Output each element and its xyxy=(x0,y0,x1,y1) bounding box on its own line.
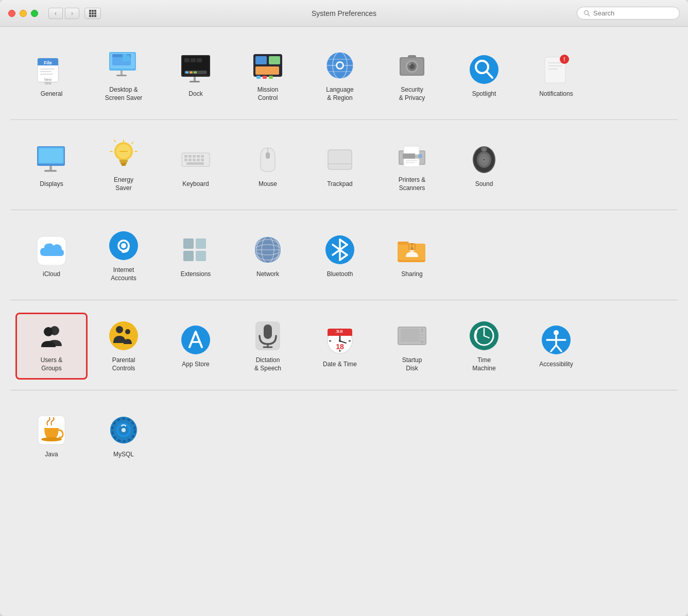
pref-dictation-speech[interactable]: Dictation& Speech xyxy=(232,313,304,380)
mouse-label: Mouse xyxy=(259,180,277,189)
mission-control-icon xyxy=(251,49,284,82)
keyboard-label: Keyboard xyxy=(182,180,209,189)
divider-1 xyxy=(10,119,678,120)
pref-trackpad[interactable]: Trackpad xyxy=(304,132,376,199)
svg-point-185 xyxy=(421,329,423,331)
minimize-button[interactable] xyxy=(20,10,27,17)
svg-rect-63 xyxy=(408,55,416,58)
section-system-grid: Users &Groups xyxy=(5,307,683,385)
svg-text:File: File xyxy=(44,60,52,65)
pref-network[interactable]: Network xyxy=(232,223,304,289)
pref-java[interactable]: Java xyxy=(15,403,88,470)
svg-rect-28 xyxy=(116,75,127,76)
svg-rect-30 xyxy=(123,54,127,56)
svg-point-156 xyxy=(109,321,138,350)
svg-rect-37 xyxy=(194,77,196,81)
svg-rect-97 xyxy=(188,159,192,161)
dictation-speech-icon xyxy=(251,319,284,352)
svg-rect-103 xyxy=(266,152,270,159)
svg-rect-70 xyxy=(548,69,558,70)
svg-rect-17 xyxy=(40,69,55,70)
pref-users-groups[interactable]: Users &Groups xyxy=(15,313,88,380)
printers-scanners-icon xyxy=(395,139,428,172)
keyboard-icon xyxy=(179,143,212,176)
pref-date-time[interactable]: JUL 18 Date & Time xyxy=(304,313,376,380)
extensions-icon xyxy=(179,233,212,266)
section-personal-grid: File New One General xyxy=(5,37,683,114)
svg-text:!: ! xyxy=(563,57,565,62)
svg-rect-113 xyxy=(403,153,415,159)
traffic-lights xyxy=(8,10,38,17)
pref-app-store[interactable]: App Store xyxy=(160,313,232,380)
svg-point-158 xyxy=(125,329,130,334)
svg-rect-75 xyxy=(39,148,63,163)
divider-3 xyxy=(10,300,678,300)
pref-displays[interactable]: Displays xyxy=(15,132,88,199)
grid-view-button[interactable] xyxy=(84,8,101,19)
security-privacy-icon xyxy=(395,49,428,82)
svg-line-10 xyxy=(588,14,590,16)
displays-icon xyxy=(35,143,68,176)
pref-security-privacy[interactable]: Security& Privacy xyxy=(376,42,448,109)
bluetooth-icon xyxy=(323,233,356,266)
pref-language-region[interactable]: Language& Region xyxy=(304,42,376,109)
pref-printers-scanners[interactable]: Printers &Scanners xyxy=(376,132,448,199)
users-groups-label: Users &Groups xyxy=(41,356,63,372)
pref-bluetooth[interactable]: Bluetooth xyxy=(304,223,376,289)
section-hardware-grid: Displays xyxy=(5,127,683,204)
pref-parental-controls[interactable]: ParentalControls xyxy=(88,313,160,380)
pref-general[interactable]: File New One General xyxy=(15,42,88,109)
svg-point-173 xyxy=(339,340,341,342)
pref-sharing[interactable]: 🚶 Sharing xyxy=(376,223,448,289)
pref-keyboard[interactable]: Keyboard xyxy=(160,132,232,199)
network-label: Network xyxy=(256,270,279,279)
svg-point-64 xyxy=(470,55,498,84)
pref-energy-saver[interactable]: EnergySaver xyxy=(88,132,160,199)
pref-extensions[interactable]: Extensions xyxy=(160,223,232,289)
pref-time-machine[interactable]: TimeMachine xyxy=(448,313,520,380)
displays-label: Displays xyxy=(40,180,63,189)
search-input[interactable] xyxy=(593,9,673,17)
svg-rect-35 xyxy=(190,72,193,74)
pref-spotlight[interactable]: Spotlight xyxy=(448,42,520,109)
pref-mission-control[interactable]: MissionControl xyxy=(232,42,304,109)
forward-button[interactable]: › xyxy=(65,8,79,19)
svg-rect-6 xyxy=(89,15,91,17)
window-title: System Preferences xyxy=(312,9,376,18)
pref-sound[interactable]: Sound xyxy=(448,132,520,199)
divider-4 xyxy=(10,390,678,390)
pref-internet-accounts[interactable]: InternetAccounts xyxy=(88,223,160,289)
back-button[interactable]: ‹ xyxy=(48,8,63,19)
svg-rect-43 xyxy=(255,56,267,64)
svg-rect-45 xyxy=(255,66,279,75)
language-region-label: Language& Region xyxy=(326,86,353,102)
mission-control-label: MissionControl xyxy=(257,86,279,102)
search-bar[interactable] xyxy=(577,7,680,20)
pref-notifications[interactable]: ! Notifications xyxy=(520,42,592,109)
extensions-label: Extensions xyxy=(181,270,211,279)
svg-rect-8 xyxy=(94,15,96,17)
close-button[interactable] xyxy=(8,10,15,17)
mouse-icon xyxy=(251,143,284,176)
pref-mouse[interactable]: Mouse xyxy=(232,132,304,199)
startup-disk-icon xyxy=(395,319,428,352)
sharing-label: Sharing xyxy=(401,270,422,279)
svg-rect-92 xyxy=(188,155,192,158)
svg-rect-40 xyxy=(191,58,196,62)
pref-icloud[interactable]: iCloud xyxy=(15,223,88,289)
pref-dock[interactable]: Dock xyxy=(160,42,232,109)
svg-point-120 xyxy=(483,159,485,161)
section-internet: iCloud InternetAccounts xyxy=(5,217,683,297)
pref-desktop-screensaver[interactable]: Desktop &Screen Saver xyxy=(88,42,160,109)
pref-startup-disk[interactable]: StartupDisk xyxy=(376,313,448,380)
desktop-screensaver-icon xyxy=(107,49,140,82)
maximize-button[interactable] xyxy=(31,10,38,17)
forward-icon: › xyxy=(71,10,73,17)
svg-rect-3 xyxy=(89,12,91,14)
pref-accessibility[interactable]: Accessibility xyxy=(520,313,592,380)
pref-mysql[interactable]: MySQL xyxy=(88,403,160,470)
svg-rect-184 xyxy=(401,329,419,342)
svg-rect-41 xyxy=(197,58,202,62)
svg-rect-1 xyxy=(92,10,94,12)
svg-rect-91 xyxy=(184,155,187,158)
